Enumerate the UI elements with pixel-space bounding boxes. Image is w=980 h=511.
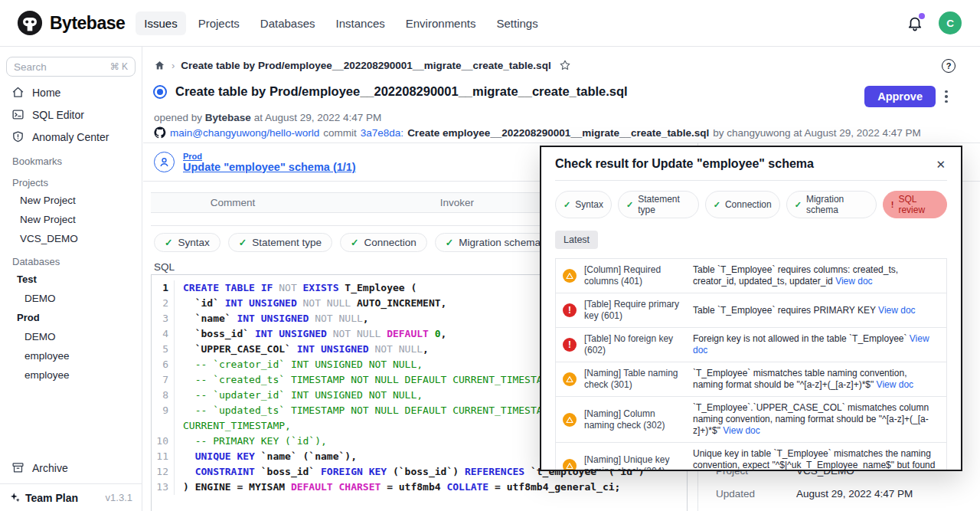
sidebar-item-vcs-demo[interactable]: VCS_DEMO <box>0 229 142 248</box>
sidebar-section-projects: Projects <box>0 169 142 191</box>
check-pill-connection[interactable]: ✓Connection <box>340 233 427 252</box>
sidebar-item-label: Anomaly Center <box>32 131 109 143</box>
code-token: -- `updater_id` INT UNSIGNED NOT NULL, <box>183 389 423 401</box>
code-token: DEFAULT CHARSET <box>291 481 387 493</box>
code-token: INT UNSIGNED <box>255 328 333 339</box>
sidebar-item-home[interactable]: Home <box>0 81 142 103</box>
code-token: , <box>423 343 429 355</box>
line-number: 4 <box>152 326 175 342</box>
sidebar-item-new-project[interactable]: New Project <box>0 191 142 210</box>
code-token: NOT NULL <box>333 328 387 339</box>
commit-repo-link[interactable]: main@changyuwong/hello-world <box>170 127 319 139</box>
close-icon[interactable]: ✕ <box>934 157 947 172</box>
nav-item-issues[interactable]: Issues <box>136 11 185 35</box>
terminal-icon <box>11 108 24 121</box>
commit-suffix: by changyuwong at August 29, 2022 4:47 P… <box>713 127 921 139</box>
line-number: 7 <box>152 372 175 388</box>
detail-label: Updated <box>716 488 796 500</box>
rule-name: [Table] Require primary key (601) <box>584 299 685 322</box>
commit-message: Create employee__202208290001__migrate__… <box>407 127 709 139</box>
bytebase-app: Bytebase IssuesProjectsDatabasesInstance… <box>0 0 980 511</box>
stage-env-link[interactable]: Prod <box>183 152 356 161</box>
opened-time: at August 29, 2022 4:47 PM <box>254 112 382 123</box>
detail-value: August 29, 2022 4:47 PM <box>796 488 913 500</box>
sidebar-item-employee[interactable]: employee <box>0 365 142 385</box>
view-doc-link[interactable]: View doc <box>835 276 872 287</box>
check-pill-syntax[interactable]: ✓Syntax <box>154 233 220 252</box>
view-doc-link[interactable]: View doc <box>878 305 915 316</box>
nav-item-databases[interactable]: Databases <box>252 11 324 35</box>
check-pill-migration-schema[interactable]: ✓Migration schema <box>786 191 877 218</box>
warning-icon <box>563 413 577 427</box>
search-input[interactable]: Search ⌘ K <box>6 57 136 77</box>
code-text: ) ENGINE = MYISAM DEFAULT CHARSET = utf8… <box>175 480 687 495</box>
column-header-comment[interactable]: Comment <box>151 197 315 208</box>
code-token: T_Employee ( <box>345 282 416 293</box>
stage-links: Prod Update "employee" schema (1/1) <box>183 152 356 173</box>
check-pill-sql-review[interactable]: !SQL review <box>883 191 947 218</box>
check-pill-statement-type[interactable]: ✓Statement type <box>618 191 699 218</box>
stage-task-link[interactable]: Update "employee" schema (1/1) <box>183 161 356 173</box>
code-token <box>183 466 195 477</box>
home-breadcrumb-icon[interactable] <box>154 60 165 71</box>
commit-word: commit <box>323 127 357 139</box>
kebab-menu-icon[interactable] <box>940 87 952 106</box>
check-pill-statement-type[interactable]: ✓Statement type <box>228 233 332 252</box>
navbar-right: C <box>906 11 980 34</box>
check-mark-icon: ✓ <box>626 200 633 210</box>
commit-hash-link[interactable]: 3a7e8da: <box>361 127 403 139</box>
view-doc-link[interactable]: View doc <box>693 333 929 355</box>
line-number: 13 <box>152 480 175 495</box>
help-icon[interactable]: ? <box>942 59 956 73</box>
code-token: NOT NULL <box>374 343 423 355</box>
sidebar-item-demo[interactable]: DEMO <box>0 289 142 308</box>
nav-item-settings[interactable]: Settings <box>488 11 546 35</box>
sidebar-item-archive[interactable]: Archive <box>0 457 142 479</box>
latest-button[interactable]: Latest <box>555 231 598 249</box>
view-doc-link[interactable]: View doc <box>877 379 913 390</box>
code-token: `boss_id` <box>261 466 321 477</box>
assignee-person-icon <box>154 152 175 172</box>
check-result-row: [Column] Required columns (401)Table `T_… <box>556 259 946 293</box>
check-result-modal: Check result for Update "employee" schem… <box>540 146 962 471</box>
notifications-bell-icon[interactable] <box>906 15 923 31</box>
sidebar-item-new-project[interactable]: New Project <box>0 210 142 229</box>
code-token: COLLATE <box>446 481 495 493</box>
shield-icon <box>11 130 24 143</box>
nav-item-instances[interactable]: Instances <box>328 11 394 35</box>
nav-item-projects[interactable]: Projects <box>190 11 248 35</box>
search-shortcut: ⌘ K <box>110 61 128 72</box>
code-token: UNIQUE KEY <box>195 450 261 462</box>
sidebar-item-employee[interactable]: employee <box>0 346 142 365</box>
sidebar-item-prod[interactable]: Prod <box>0 308 142 327</box>
check-pill-label: Statement type <box>638 194 691 215</box>
code-token <box>183 450 195 462</box>
breadcrumb-chevron-icon: › <box>172 60 175 71</box>
warning-icon <box>563 459 577 472</box>
line-number: 10 <box>152 434 175 449</box>
check-mark-icon: ✓ <box>165 237 172 248</box>
check-pill-syntax[interactable]: ✓Syntax <box>555 191 612 218</box>
rule-description: Table `T_Employee` requires columns: cre… <box>693 264 939 287</box>
avatar[interactable]: C <box>939 11 962 34</box>
check-pill-connection[interactable]: ✓Connection <box>705 191 780 218</box>
sidebar-item-test[interactable]: Test <box>0 270 142 289</box>
approve-button[interactable]: Approve <box>864 86 936 107</box>
bytebase-logo[interactable]: Bytebase <box>0 10 125 36</box>
view-doc-link[interactable]: View doc <box>723 425 760 436</box>
sidebar-section-databases: Databases <box>0 248 142 270</box>
sidebar-item-label: Home <box>32 87 60 99</box>
code-token: , <box>363 313 369 324</box>
check-pill-migration-schema[interactable]: ✓Migration schema <box>435 233 551 252</box>
check-pill-label: Connection <box>725 199 772 210</box>
sparkle-icon <box>9 492 21 503</box>
bookmark-star-icon[interactable] <box>559 59 571 71</box>
nav-item-environments[interactable]: Environments <box>397 11 485 35</box>
plan-bar[interactable]: Team Plan v1.3.1 <box>0 483 142 511</box>
sidebar-item-demo[interactable]: DEMO <box>0 327 142 346</box>
sidebar-item-sql-editor[interactable]: SQL Editor <box>0 103 142 126</box>
sidebar-item-anomaly-center[interactable]: Anomaly Center <box>0 126 142 148</box>
check-mark-icon: ✓ <box>795 200 802 210</box>
check-mark-icon: ✓ <box>714 200 720 210</box>
code-token: NOT NULL <box>303 297 357 309</box>
